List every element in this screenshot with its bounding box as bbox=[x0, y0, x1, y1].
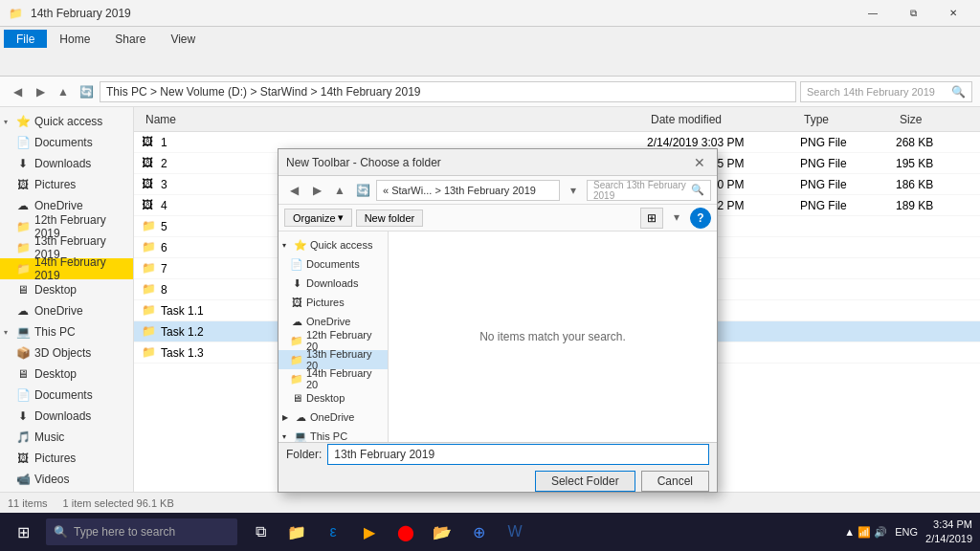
new-folder-button[interactable]: New folder bbox=[356, 209, 424, 227]
dlg-search-placeholder: Search 13th February 2019 bbox=[593, 180, 691, 201]
sidebar-item-pictures[interactable]: 🖼 Pictures bbox=[0, 174, 133, 195]
word-icon[interactable]: W bbox=[500, 517, 530, 547]
dlg-refresh-btn[interactable]: 🔄 bbox=[353, 181, 372, 200]
task-view-button[interactable]: ⧉ bbox=[245, 517, 276, 547]
folder-icon: 📁 bbox=[15, 219, 31, 234]
tab-home[interactable]: Home bbox=[47, 30, 102, 48]
address-path[interactable]: This PC > New Volume (D:) > StarWind > 1… bbox=[100, 81, 796, 102]
help-button[interactable]: ? bbox=[690, 208, 711, 229]
edge-icon[interactable]: ε bbox=[318, 517, 348, 547]
dlg-sidebar-downloads[interactable]: ⬇ Downloads bbox=[278, 274, 388, 293]
chrome-icon[interactable]: ⊕ bbox=[463, 517, 494, 547]
mic-icon: 🔍 bbox=[54, 525, 68, 539]
sidebar-item-onedrive[interactable]: ☁ OneDrive bbox=[0, 300, 133, 321]
maximize-button[interactable]: ⧉ bbox=[894, 4, 932, 23]
file-icon: 🖼 bbox=[142, 135, 157, 150]
dialog-search-box[interactable]: Search 13th February 2019 🔍 bbox=[587, 180, 711, 201]
dlg-sidebar-quickaccess[interactable]: ▾ ⭐ Quick access bbox=[278, 235, 388, 254]
quickaccess-icon: ⭐ bbox=[15, 114, 31, 129]
select-folder-button[interactable]: Select Folder bbox=[535, 471, 635, 492]
sidebar-item-music[interactable]: 🎵 Music bbox=[0, 427, 133, 448]
search-icon: 🔍 bbox=[691, 184, 704, 196]
sidebar-item-quickaccess[interactable]: ▾ ⭐ Quick access bbox=[0, 111, 133, 132]
folder-input[interactable] bbox=[327, 444, 709, 465]
file-icon: 🖼 bbox=[142, 177, 157, 192]
chevron-right-icon: ▶ bbox=[282, 413, 292, 422]
sidebar-item-3dobjects[interactable]: 📦 3D Objects bbox=[0, 342, 133, 364]
col-name[interactable]: Name bbox=[142, 111, 647, 128]
ribbon: File Home Share View bbox=[0, 27, 980, 77]
dialog-file-area: No items match your search. bbox=[389, 231, 717, 442]
minimize-button[interactable]: — bbox=[854, 4, 892, 23]
folder-icon: 📁 bbox=[290, 334, 303, 347]
col-type[interactable]: Type bbox=[800, 111, 896, 128]
close-button[interactable]: ✕ bbox=[934, 4, 972, 23]
start-button[interactable]: ⊞ bbox=[0, 513, 46, 551]
dialog-address-path[interactable]: « StarWi... > 13th February 2019 bbox=[376, 180, 560, 201]
dlg-addr-dropdown[interactable]: ▾ bbox=[564, 181, 583, 200]
dlg-sidebar-onedrive[interactable]: ☁ OneDrive bbox=[278, 312, 388, 331]
back-button[interactable]: ◀ bbox=[8, 82, 27, 101]
organize-button[interactable]: Organize ▾ bbox=[284, 209, 352, 227]
search-placeholder: Search 14th February 2019 bbox=[807, 86, 935, 98]
dlg-sidebar-pictures[interactable]: 🖼 Pictures bbox=[278, 293, 388, 312]
taskbar-icons: ⧉ 📁 ε ▶ ⬤ 📂 ⊕ W bbox=[245, 517, 530, 547]
file-icon: 📁 bbox=[142, 282, 157, 298]
dlg-sidebar-12feb[interactable]: 📁 12th February 20 bbox=[278, 331, 388, 350]
dlg-sidebar-14feb[interactable]: 📁 14th February 20 bbox=[278, 369, 388, 388]
up-button[interactable]: ▲ bbox=[54, 82, 73, 101]
sidebar-item-videos[interactable]: 📹 Videos bbox=[0, 469, 133, 490]
dlg-forward-btn[interactable]: ▶ bbox=[307, 181, 326, 200]
col-date[interactable]: Date modified bbox=[647, 111, 800, 128]
folder-taskbar-icon[interactable]: 📂 bbox=[427, 517, 457, 547]
dlg-sidebar-thispc[interactable]: ▾ 💻 This PC bbox=[278, 427, 388, 442]
app-icon-1[interactable]: ⬤ bbox=[390, 517, 421, 547]
cancel-button[interactable]: Cancel bbox=[641, 471, 709, 492]
view-toggle-button[interactable]: ⊞ bbox=[640, 208, 663, 229]
vlc-icon[interactable]: ▶ bbox=[354, 517, 385, 547]
onedrive-icon: ☁ bbox=[15, 303, 31, 319]
sidebar-item-documents[interactable]: 📄 Documents bbox=[0, 132, 133, 153]
file-icon: 📁 bbox=[142, 261, 157, 276]
chevron-down-icon: ▾ bbox=[4, 118, 13, 126]
view-dropdown[interactable]: ▾ bbox=[667, 208, 686, 227]
dlg-sidebar-13feb[interactable]: 📁 13th February 20 bbox=[278, 350, 388, 369]
dlg-sidebar-desktop[interactable]: 🖥 Desktop bbox=[278, 388, 388, 408]
sidebar-item-14feb[interactable]: 📁 14th February 2019 bbox=[0, 258, 133, 279]
window-controls[interactable]: — ⧉ ✕ bbox=[854, 4, 972, 23]
sidebar-item-pictures2[interactable]: 🖼 Pictures bbox=[0, 448, 133, 469]
refresh-button[interactable]: 🔄 bbox=[77, 82, 96, 101]
taskbar-right: ▲ 📶 🔊 ENG 3:34 PM 2/14/2019 bbox=[844, 518, 980, 547]
taskbar-search[interactable]: 🔍 Type here to search bbox=[46, 518, 237, 545]
folder-label: Folder: bbox=[286, 448, 322, 461]
folder-icon: 📁 bbox=[290, 353, 303, 366]
dlg-back-btn[interactable]: ◀ bbox=[284, 181, 303, 200]
taskbar-clock[interactable]: 3:34 PM 2/14/2019 bbox=[925, 518, 972, 547]
search-icon[interactable]: 🔍 bbox=[951, 85, 966, 99]
view-controls: ⊞ ▾ bbox=[640, 208, 686, 229]
tab-file[interactable]: File bbox=[4, 30, 47, 48]
dlg-sidebar-documents[interactable]: 📄 Documents bbox=[278, 254, 388, 274]
dialog-close-button[interactable]: ✕ bbox=[690, 153, 709, 172]
sidebar-item-thispc[interactable]: ▾ 💻 This PC bbox=[0, 321, 133, 342]
forward-button[interactable]: ▶ bbox=[31, 82, 50, 101]
tab-share[interactable]: Share bbox=[102, 30, 158, 48]
sidebar-item-documents2[interactable]: 📄 Documents bbox=[0, 385, 133, 406]
sidebar-item-downloads[interactable]: ⬇ Downloads bbox=[0, 153, 133, 174]
file-icon: 🖼 bbox=[142, 198, 157, 213]
col-size[interactable]: Size bbox=[896, 111, 972, 128]
dialog-sidebar: ▾ ⭐ Quick access 📄 Documents ⬇ Downloads… bbox=[278, 231, 389, 442]
sidebar-item-desktop[interactable]: 🖥 Desktop bbox=[0, 279, 133, 300]
explorer-taskbar-icon[interactable]: 📁 bbox=[281, 517, 312, 547]
sidebar-item-downloads2[interactable]: ⬇ Downloads bbox=[0, 406, 133, 427]
dlg-sidebar-onedrive2[interactable]: ▶ ☁ OneDrive bbox=[278, 408, 388, 427]
app-icon: 📁 bbox=[8, 6, 23, 21]
dlg-up-btn[interactable]: ▲ bbox=[330, 181, 349, 200]
search-box[interactable]: Search 14th February 2019 🔍 bbox=[800, 81, 972, 102]
objects-icon: 📦 bbox=[15, 345, 31, 361]
pictures-icon: 🖼 bbox=[290, 296, 303, 309]
sidebar-item-desktop2[interactable]: 🖥 Desktop bbox=[0, 364, 133, 385]
documents-icon: 📄 bbox=[15, 135, 31, 150]
tab-view[interactable]: View bbox=[158, 30, 208, 48]
file-icon: 📁 bbox=[142, 303, 157, 319]
